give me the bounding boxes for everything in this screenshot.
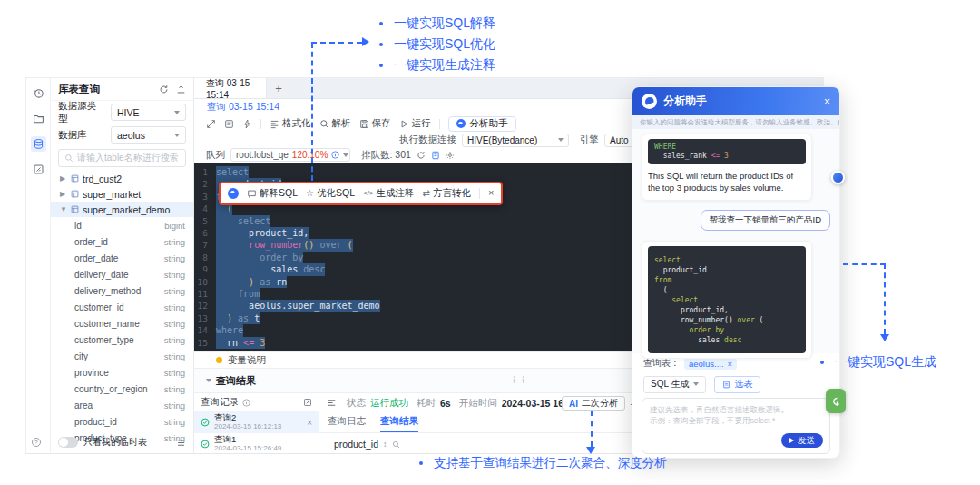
pick-table-button[interactable]: 选表	[714, 376, 760, 393]
table-icon	[71, 174, 79, 183]
table-column-row[interactable]: delivery_methodstring	[51, 282, 193, 299]
annotation-bullet: 一键实现SQL解释	[379, 13, 495, 34]
tab-query-log[interactable]: 查询日志	[328, 415, 366, 432]
upload-icon[interactable]	[176, 84, 186, 94]
table-column-row[interactable]: customer_typestring	[51, 332, 193, 348]
table-column-row[interactable]: country_or_regionstring	[51, 381, 193, 397]
my-temp-tables-toggle[interactable]	[58, 437, 78, 448]
column-header-product-id[interactable]: product_id	[334, 439, 378, 450]
queue-usage-percent: 120.10%	[292, 150, 328, 160]
assistant-code-block-2: select product_idfrom ( select product_i…	[648, 246, 806, 353]
table-column-row[interactable]: product_idstring	[51, 413, 193, 430]
table-item-super-market[interactable]: ▶ super_market	[51, 186, 193, 202]
list-icon[interactable]	[176, 438, 186, 448]
table-column-row[interactable]: areastring	[51, 397, 193, 413]
generate-comment-button[interactable]: </> 生成注释	[363, 187, 415, 199]
run-button[interactable]: 运行	[399, 117, 431, 130]
queue-label: 队列	[206, 149, 225, 162]
assistant-message-text: This SQL will return the product IDs of …	[648, 170, 806, 193]
gear-icon[interactable]	[446, 151, 455, 160]
query-table-tag[interactable]: aeolus.... ×	[684, 358, 737, 370]
expand-icon[interactable]	[206, 119, 216, 129]
format-icon	[270, 119, 279, 129]
close-icon[interactable]: ×	[728, 359, 733, 369]
table-column-row[interactable]: customer_idstring	[51, 299, 193, 315]
tab-query-result[interactable]: 查询结果	[380, 415, 418, 432]
duration-value: 6s	[440, 398, 451, 409]
variable-icon	[216, 357, 222, 363]
table-column-row[interactable]: citystring	[51, 348, 193, 364]
sort-icon[interactable]: ↕	[383, 440, 387, 449]
column-search-icon[interactable]	[392, 440, 400, 449]
table-column-row[interactable]: order_idstring	[51, 233, 193, 250]
table-column-row[interactable]: delivery_datestring	[51, 266, 193, 282]
collapse-list-icon[interactable]	[327, 398, 337, 408]
queue-select[interactable]: root.lobst_qe 120.10%	[230, 148, 350, 162]
table-column-row[interactable]: order_datestring	[51, 250, 193, 266]
folder-icon[interactable]	[31, 111, 46, 126]
log-doc-icon[interactable]	[431, 151, 440, 160]
analysis-assistant-button[interactable]: 分析助手	[448, 116, 516, 132]
table-column-row[interactable]: customer_namestring	[51, 315, 193, 332]
refresh-icon[interactable]	[159, 84, 169, 94]
feedback-tab[interactable]	[826, 389, 846, 413]
svg-text:?: ?	[34, 440, 38, 445]
chevron-right-icon: ▶	[60, 174, 67, 183]
database-select[interactable]: aeolus	[111, 126, 186, 144]
explain-sql-button[interactable]: 解释SQL	[247, 187, 298, 199]
dialect-convert-button[interactable]: ⇄ 方言转化	[423, 187, 471, 199]
new-tab-button[interactable]: +	[267, 78, 290, 98]
chevron-down-icon	[174, 111, 180, 114]
table-column-row[interactable]: provincestring	[51, 364, 193, 381]
datasource-select[interactable]: HIVE	[111, 104, 186, 121]
parse-button[interactable]: 解析	[319, 117, 351, 130]
variables-label: 变量说明	[228, 354, 266, 367]
assistant-float-icon[interactable]	[831, 171, 845, 184]
assistant-controls: SQL 生成 选表	[632, 373, 839, 395]
save-button[interactable]: 保存	[359, 117, 391, 130]
table-icon	[71, 205, 79, 213]
function-icon[interactable]	[31, 162, 46, 177]
code-icon: </>	[363, 187, 374, 199]
send-button[interactable]: 发送	[781, 433, 823, 448]
close-icon[interactable]: ×	[488, 187, 494, 199]
table-item-super-market-demo[interactable]: ▼ super_market_demo	[51, 202, 193, 217]
expand-panel-icon[interactable]	[303, 398, 312, 407]
history-icon[interactable]	[31, 85, 46, 101]
close-icon[interactable]: ×	[307, 418, 312, 428]
optimize-sql-button[interactable]: ☆ 优化SQL	[306, 187, 355, 199]
connection-select[interactable]: HIVE(Bytedance)	[462, 134, 569, 147]
tab-query[interactable]: 查询 03-15 15:14	[194, 78, 267, 98]
help-icon[interactable]: ?	[31, 437, 42, 448]
duration-label: 耗时	[416, 397, 436, 410]
results-title: 查询结果	[216, 374, 256, 388]
database-icon[interactable]	[31, 136, 46, 152]
table-search-input[interactable]: 请输入table名称进行搜索	[58, 149, 186, 167]
close-icon[interactable]: ×	[824, 95, 830, 108]
mode-select[interactable]: SQL 生成	[643, 376, 706, 393]
queue-info-icon[interactable]	[331, 151, 339, 159]
sidebar-footer: 只看我的临时表	[51, 431, 193, 453]
annotation-secondary-analysis: 支持基于查询结果进行二次聚合、深度分析	[419, 455, 667, 471]
success-check-icon	[201, 440, 210, 449]
star-icon: ☆	[306, 187, 314, 199]
table-item-trd-cust2[interactable]: ▶ trd_cust2	[51, 171, 193, 186]
sidebar-table-explorer: 库表查询 数据源类型 HIVE 数据库 aeolus 请输	[51, 78, 194, 453]
format-button[interactable]: 格式化	[270, 117, 311, 130]
snippet-icon[interactable]	[224, 119, 234, 129]
annotation-arrow-editor	[311, 43, 313, 181]
toggle-label: 只看我的临时表	[83, 436, 147, 449]
ai-logo-icon	[228, 188, 239, 199]
query-history-item[interactable]: 查询12024-03-15 15:26:49	[194, 433, 318, 455]
drag-handle[interactable]: ⋮⋮	[510, 375, 528, 384]
assistant-panel: 分析助手 × 你输入的问题将会发送给大模型服务，请勿输入业务敏感、政治、色情等内…	[632, 86, 840, 459]
refresh-icon[interactable]	[416, 151, 426, 160]
ai-secondary-analysis-button[interactable]: AI 二次分析	[562, 396, 625, 411]
table-column-row[interactable]: idbigint	[51, 217, 193, 233]
play-icon	[399, 119, 409, 129]
input-placeholder: 建议先选表，再自然语言描述取数逻辑。	[650, 404, 822, 415]
assistant-input[interactable]: 建议先选表，再自然语言描述取数逻辑。 示例：查询全部字段，不要用select *…	[642, 398, 830, 454]
annotation-arrowhead-down	[586, 447, 595, 454]
query-history-item[interactable]: 查询22024-03-15 16:12:13×	[194, 411, 318, 433]
shortcut-icon[interactable]	[242, 119, 252, 129]
